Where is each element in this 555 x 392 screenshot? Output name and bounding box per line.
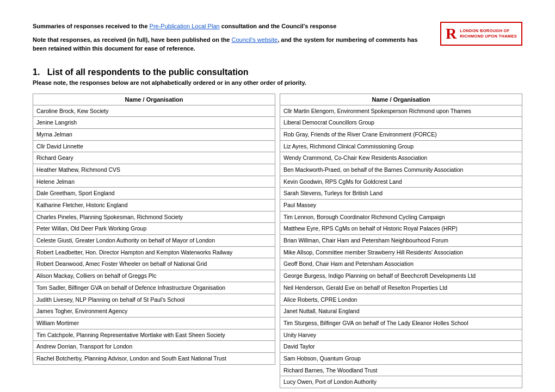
table-row: Myrna Jelman [33, 128, 275, 140]
table-row: Dale Greetham, Sport England [33, 188, 275, 200]
header-line1-prefix: Summaries of responses received to the [33, 23, 150, 29]
section-title-text: List of all respondents to the public co… [47, 67, 249, 77]
list-item: Wendy Crammond, Co-Chair Kew Residents A… [280, 152, 522, 164]
table-row: Tim Catchpole, Planning Representative M… [33, 329, 275, 341]
list-item: Geoff Bond, Chair Ham and Petersham Asso… [280, 258, 522, 270]
table-row: Charles Pineles, Planning Spokesman, Ric… [33, 211, 275, 223]
table-row: Sarah Stevens, Turleys for British Land [280, 188, 522, 200]
list-item: Brian Willman, Chair Ham and Petersham N… [280, 235, 522, 247]
table-row: Sam Hobson, Quantum Group [280, 352, 522, 364]
table-row: Cllr Martin Elengorn, Environment Spokes… [280, 105, 522, 117]
list-item: Cllr Martin Elengorn, Environment Spokes… [280, 105, 522, 117]
table-row: Geoff Bond, Chair Ham and Petersham Asso… [280, 258, 522, 270]
header-line1-suffix: consultation and the Council's response [220, 23, 337, 29]
right-table: Name / Organisation Cllr Martin Elengorn… [280, 94, 522, 389]
list-item: Lucy Owen, Port of London Authority [280, 376, 522, 388]
table-row: Robert Deanwood, Amec Foster Wheeler on … [33, 258, 275, 270]
table-row: Andrew Dorrian, Transport for London [33, 341, 275, 353]
list-item: Heather Mathew, Richmond CVS [33, 164, 275, 176]
table-row: Paul Massey [280, 200, 522, 211]
table-row: Richard Geary [33, 152, 275, 164]
table-row: Wendy Crammond, Co-Chair Kew Residents A… [280, 152, 522, 164]
table-row: George Burgess, Indigo Planning on behal… [280, 270, 522, 282]
right-table-header: Name / Organisation [280, 94, 522, 105]
list-item: Dale Greetham, Sport England [33, 188, 275, 200]
list-item: Tom Sadler, Bilfinger GVA on behalf of D… [33, 282, 275, 294]
list-item: Caroline Brock, Kew Society [33, 105, 275, 117]
table-row: Unity Harvey [280, 329, 522, 341]
section-title: 1. List of all respondents to the public… [33, 67, 522, 77]
list-item: Andrew Dorrian, Transport for London [33, 341, 275, 353]
tables-container: Name / Organisation Caroline Brock, Kew … [33, 94, 522, 389]
list-item: Liz Ayres, Richmond Clinical Commissioni… [280, 140, 522, 152]
list-item: Matthew Eyre, RPS CgMs on behalf of Hist… [280, 223, 522, 235]
table-row: Tim Lennon, Borough Coordinator Richmond… [280, 211, 522, 223]
table-row: Mike Allsop, Committee member Strawberry… [280, 246, 522, 258]
table-row: Rachel Botcherby, Planning Advisor, Lond… [33, 352, 275, 364]
list-item: George Burgess, Indigo Planning on behal… [280, 270, 522, 282]
list-item: Kevin Goodwin, RPS CgMs for Goldcrest La… [280, 176, 522, 188]
table-row: Judith Livesey, NLP Planning on behalf o… [33, 294, 275, 306]
table-row: Tim Sturgess, Bilfinger GVA on behalf of… [280, 317, 522, 329]
table-row: Ben Mackworth-Praed, on behalf of the Ba… [280, 164, 522, 176]
table-row: Robert Leadbetter, Hon. Director Hampton… [33, 246, 275, 258]
list-item: Katharine Fletcher, Historic England [33, 200, 275, 211]
list-item: Rob Gray, Friends of the River Crane Env… [280, 128, 522, 140]
list-item: Tim Sturgess, Bilfinger GVA on behalf of… [280, 317, 522, 329]
table-row: Celeste Giusti, Greater London Authority… [33, 235, 275, 247]
list-item: Alison Mackay, Colliers on behalf of Gre… [33, 270, 275, 282]
table-row: William Mortimer [33, 317, 275, 329]
list-item: Liberal Democrat Councillors Group [280, 117, 522, 129]
right-table-container: Name / Organisation Cllr Martin Elengorn… [280, 94, 522, 389]
section-subtitle: Please note, the responses below are not… [33, 79, 522, 86]
list-item: Cllr David Linnette [33, 140, 275, 152]
list-item: Peter Willan, Old Deer Park Working Grou… [33, 223, 275, 235]
list-item: Myrna Jelman [33, 128, 275, 140]
left-table: Name / Organisation Caroline Brock, Kew … [33, 94, 275, 365]
list-item: Richard Geary [33, 152, 275, 164]
logo-area: R LONDON BOROUGH OF RICHMOND UPON THAMES [440, 22, 522, 46]
table-row: Matthew Eyre, RPS CgMs on behalf of Hist… [280, 223, 522, 235]
list-item: Sarah Stevens, Turleys for British Land [280, 188, 522, 200]
header-line1: Summaries of responses received to the P… [33, 22, 429, 31]
council-website-link[interactable]: Council's website [232, 36, 278, 43]
list-item: Charles Pineles, Planning Spokesman, Ric… [33, 211, 275, 223]
header-line2-prefix: Note that responses, as received (in ful… [33, 36, 232, 43]
page: Summaries of responses received to the P… [0, 0, 555, 392]
logo-line2: RICHMOND UPON THAMES [460, 34, 517, 40]
table-row: Tom Sadler, Bilfinger GVA on behalf of D… [33, 282, 275, 294]
table-row: Helene Jelman [33, 176, 275, 188]
list-item: Rachel Botcherby, Planning Advisor, Lond… [33, 352, 275, 364]
table-row: Lucy Owen, Port of London Authority [280, 376, 522, 388]
table-row: Katharine Fletcher, Historic England [33, 200, 275, 211]
section-number: 1. [33, 67, 40, 77]
list-item: Helene Jelman [33, 176, 275, 188]
list-item: Jenine Langrish [33, 117, 275, 129]
table-row: Kevin Goodwin, RPS CgMs for Goldcrest La… [280, 176, 522, 188]
logo-letter: R [446, 26, 457, 41]
list-item: Ben Mackworth-Praed, on behalf of the Ba… [280, 164, 522, 176]
left-table-header: Name / Organisation [33, 94, 275, 105]
logo-box: R LONDON BOROUGH OF RICHMOND UPON THAMES [440, 22, 522, 46]
list-item: Janet Nuttall, Natural England [280, 306, 522, 318]
left-table-container: Name / Organisation Caroline Brock, Kew … [33, 94, 275, 365]
pre-publication-link[interactable]: Pre-Publication Local Plan [150, 23, 220, 29]
list-item: Tim Lennon, Borough Coordinator Richmond… [280, 211, 522, 223]
logo-text: LONDON BOROUGH OF RICHMOND UPON THAMES [460, 28, 517, 40]
table-row: James Togher, Environment Agency [33, 306, 275, 318]
table-row: David Taylor [280, 341, 522, 353]
table-row: Peter Willan, Old Deer Park Working Grou… [33, 223, 275, 235]
list-item: Richard Barnes, The Woodland Trust [280, 364, 522, 376]
logo-line1: LONDON BOROUGH OF [460, 28, 517, 34]
table-row: Cllr David Linnette [33, 140, 275, 152]
list-item: William Mortimer [33, 317, 275, 329]
header-section: Summaries of responses received to the P… [33, 22, 522, 58]
list-item: Alice Roberts, CPRE London [280, 294, 522, 306]
table-row: Neil Henderson, Gerald Eve on behalf of … [280, 282, 522, 294]
header-text: Summaries of responses received to the P… [33, 22, 440, 58]
table-row: Richard Barnes, The Woodland Trust [280, 364, 522, 376]
list-item: Celeste Giusti, Greater London Authority… [33, 235, 275, 247]
table-row: Caroline Brock, Kew Society [33, 105, 275, 117]
list-item: Tim Catchpole, Planning Representative M… [33, 329, 275, 341]
list-item: Mike Allsop, Committee member Strawberry… [280, 246, 522, 258]
